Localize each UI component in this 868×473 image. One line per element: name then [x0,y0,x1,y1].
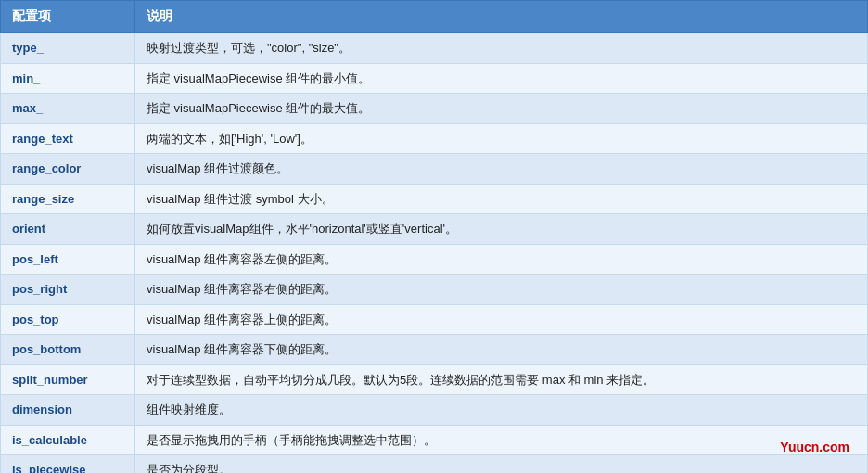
config-desc: 如何放置visualMap组件，水平'horizontal'或竖直'vertic… [135,214,868,245]
table-row: pos_topvisualMap 组件离容器上侧的距离。 [1,304,868,335]
config-key: pos_bottom [1,335,135,365]
table-row: is_piecewise是否为分段型。 [1,455,868,474]
config-desc: visualMap 组件过渡颜色。 [135,154,868,185]
config-desc: 是否显示拖拽用的手柄（手柄能拖拽调整选中范围）。 [135,425,868,455]
config-key: pos_right [1,275,135,305]
config-key: orient [1,214,135,245]
watermark: Yuucn.com [780,440,849,454]
config-desc: 指定 visualMapPiecewise 组件的最小值。 [135,63,868,94]
config-desc: 指定 visualMapPiecewise 组件的最大值。 [135,94,868,124]
config-key: max_ [1,94,135,124]
config-key: split_number [1,364,135,395]
config-key: is_calculable [1,425,135,455]
config-desc: 对于连续型数据，自动平均切分成几段。默认为5段。连续数据的范围需要 max 和 … [135,364,868,395]
config-desc: visualMap 组件离容器左侧的距离。 [135,244,868,275]
table-row: pos_bottomvisualMap 组件离容器下侧的距离。 [1,335,868,365]
table-row: range_sizevisualMap 组件过渡 symbol 大小。 [1,184,868,214]
config-key: pos_top [1,304,135,335]
config-table: 配置项 说明 type_映射过渡类型，可选，"color", "size"。mi… [0,0,868,473]
table-row: max_指定 visualMapPiecewise 组件的最大值。 [1,94,868,124]
header-key: 配置项 [1,1,135,33]
config-desc: 映射过渡类型，可选，"color", "size"。 [135,33,868,64]
config-key: range_size [1,184,135,214]
config-key: is_piecewise [1,455,135,474]
config-desc: visualMap 组件离容器下侧的距离。 [135,335,868,365]
config-desc: 两端的文本，如['High', 'Low']。 [135,123,868,154]
table-row: range_colorvisualMap 组件过渡颜色。 [1,154,868,185]
config-key: type_ [1,33,135,64]
config-key: range_color [1,154,135,185]
table-row: dimension组件映射维度。 [1,395,868,426]
config-desc: visualMap 组件离容器上侧的距离。 [135,304,868,335]
config-desc: visualMap 组件过渡 symbol 大小。 [135,184,868,214]
config-desc: 组件映射维度。 [135,395,868,426]
config-key: range_text [1,123,135,154]
table-row: type_映射过渡类型，可选，"color", "size"。 [1,33,868,64]
table-row: orient如何放置visualMap组件，水平'horizontal'或竖直'… [1,214,868,245]
config-desc: 是否为分段型。 [135,455,868,474]
table-row: split_number对于连续型数据，自动平均切分成几段。默认为5段。连续数据… [1,364,868,395]
table-row: pos_leftvisualMap 组件离容器左侧的距离。 [1,244,868,275]
table-row: is_calculable是否显示拖拽用的手柄（手柄能拖拽调整选中范围）。 [1,425,868,455]
config-key: dimension [1,395,135,426]
header-desc: 说明 [135,1,868,33]
config-key: pos_left [1,244,135,275]
table-row: pos_rightvisualMap 组件离容器右侧的距离。 [1,275,868,305]
table-row: min_指定 visualMapPiecewise 组件的最小值。 [1,63,868,94]
config-desc: visualMap 组件离容器右侧的距离。 [135,275,868,305]
config-key: min_ [1,63,135,94]
table-row: range_text两端的文本，如['High', 'Low']。 [1,123,868,154]
